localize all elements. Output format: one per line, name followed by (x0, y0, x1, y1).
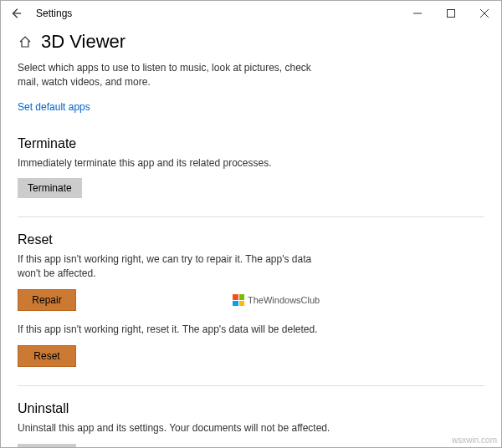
separator (18, 385, 484, 386)
terminate-section: Terminate Immediately terminate this app… (18, 136, 484, 199)
reset-title: Reset (18, 232, 484, 247)
titlebar: Settings (1, 1, 501, 26)
uninstall-title: Uninstall (18, 401, 484, 416)
watermark: wsxwin.com (452, 435, 497, 445)
back-button[interactable] (8, 5, 24, 22)
page-header: 3D Viewer (18, 31, 484, 53)
svg-rect-2 (448, 10, 455, 18)
terminate-title: Terminate (18, 136, 484, 151)
thewindowsclub-overlay: TheWindowsClub (233, 294, 320, 306)
reset-button[interactable]: Reset (18, 345, 76, 367)
separator (18, 216, 484, 217)
uninstall-button[interactable]: Uninstall (18, 444, 76, 447)
settings-window: Settings 3D Viewer Select which apps to … (0, 0, 502, 448)
overlay-brand: TheWindowsClub (248, 295, 320, 305)
terminate-description: Immediately terminate this app and its r… (18, 156, 336, 171)
minimize-button[interactable] (401, 1, 434, 26)
app-title: Settings (36, 8, 72, 19)
home-icon[interactable] (18, 34, 33, 49)
maximize-button[interactable] (434, 1, 468, 26)
content-area: 3D Viewer Select which apps to use to li… (1, 26, 501, 447)
uninstall-description: Uninstall this app and its settings. You… (18, 421, 336, 435)
page-title: 3D Viewer (41, 31, 126, 53)
set-default-apps-link[interactable]: Set default apps (18, 101, 90, 113)
repair-button[interactable]: Repair (18, 289, 76, 311)
window-controls (401, 1, 501, 26)
terminate-button[interactable]: Terminate (18, 178, 82, 198)
windows-logo-icon (233, 294, 244, 306)
titlebar-left: Settings (8, 5, 72, 22)
repair-description: If this app isn't working right, we can … (18, 252, 336, 281)
reset-description: If this app isn't working right, reset i… (18, 323, 336, 337)
page-description: Select which apps to use to listen to mu… (18, 61, 319, 89)
uninstall-section: Uninstall Uninstall this app and its set… (18, 401, 484, 447)
close-button[interactable] (468, 1, 501, 26)
